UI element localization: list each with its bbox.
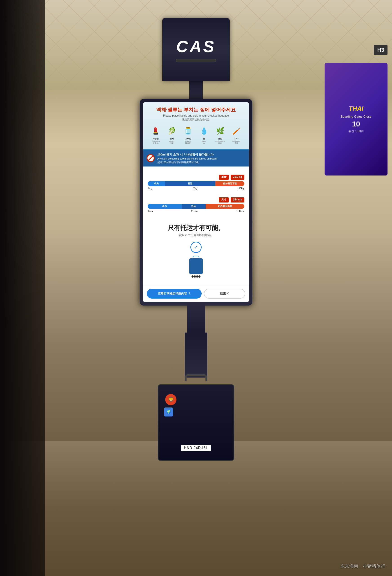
kiosk-connector-top [189,81,203,99]
size-cabin-segment: 机内 [148,204,182,209]
result-section: 只有托运才有可能。 最多 2 个托运可以的旅箱。 ✓ [143,219,249,286]
luggage-wheels [190,275,202,278]
thai-airways-sign: THAI Boarding Gates Close 10 분 전 / 分钟前 [325,63,388,175]
suitcase-sticker-2: 🌍 [164,407,173,416]
cosmetics-icon: 💄 [151,125,161,136]
water-label-en: Water水 [202,140,206,144]
size-scale-0: 0cm [148,210,153,212]
gate-sign: H3 [374,45,388,55]
luggage-wheel-3 [196,275,198,278]
item-cosmetics: 💄 화장품 Cosmetics化妆品 [149,125,162,144]
no-sign-icon [147,154,155,162]
cosmetics-label-ko: 화장품 [153,137,159,140]
warning-text-chinese: 超过100ml的物品禁止随身携带登飞机. [157,160,217,164]
weight-bar: 机内 托运 机内·托运不能 [148,181,244,186]
check-circle-icon: ✓ [190,242,202,253]
size-scale-115: 115cm [191,210,198,212]
toothpaste-icon: 🪥 [231,125,241,136]
bottom-buttons-area: 查看行李规定详细内容 ？ 结束 ✕ [143,286,249,302]
weight-label-badge: 重量 [219,174,229,180]
red-chili-label-en: Red chili辣椒酱 [185,140,191,144]
weight-scale-labels: 0kg 7kg 30kg [148,187,244,190]
warning-text-korean: 100ml 용기 초과 시 기내반입이 불가합니다 [157,152,217,157]
red-chili-icon: 🫙 [183,125,193,136]
luggage-wheel-2 [194,275,196,278]
liquids-warning-section: 액체·젤류는 부치는 짐에 넣어주세요 Please place liquids… [143,102,249,150]
no-carry-warning-section: 100ml 용기 초과 시 기내반입이 불가합니다 Any item excee… [143,150,249,167]
item-water: 💧 물 Water水 [197,125,211,144]
size-bar-track: 机内 托运 机内·托运不能 [148,204,244,209]
weight-row: 重量 21.9 kg 机内 托运 机内·托运不能 [148,170,244,190]
weight-bar-container: 重量 21.9 kg 机内 托运 机内·托运不能 [148,170,244,190]
weight-scale-0: 0kg [148,187,152,190]
kimchi-label-en: Kimchi泡菜 [169,140,174,144]
suitcase-container: 🦁 🌍 HND J4R-i6L [138,377,254,461]
cas-logo: CAS [176,37,216,56]
screen-housing: 액체·젤류는 부치는 짐에 넣어주세요 Please place liquids… [140,99,252,306]
weight-value-badge: 21.9 kg [231,174,244,180]
item-red-chili: 🫙 고추장 Red chili辣椒酱 [181,125,195,144]
size-label-badge: 尺寸 [219,197,229,202]
suitcase-sticker-1: 🦁 [165,394,177,405]
kiosk-screen: 액체·젤류는 부치는 짐에 넣어주세요 Please place liquids… [143,102,249,302]
size-bar: 机内 托运 机内·托运不能 [148,204,244,209]
item-kimchi: 🥬 김치 Kimchi泡菜 [165,125,179,144]
result-sub-text: 最多 2 个托运可以的旅箱。 [148,233,244,237]
detail-button[interactable]: 查看行李规定详细内容 ？ [147,289,202,299]
weight-bar-track: 机内 托运 机内·托运不能 [148,181,244,186]
toothpaste-label-ko: 치약 [234,137,238,140]
prohibited-items-row: 💄 화장품 Cosmetics化妆品 🥬 김치 Kimchi泡菜 🫙 고추장 R… [148,124,244,146]
size-value-badge: 154 cm [231,197,244,202]
size-row: 尺寸 154 cm 机内 托运 机内·托运不能 0cm [148,193,244,212]
weight-scale-7: 7kg [193,187,197,190]
end-button[interactable]: 结束 ✕ [204,289,245,299]
suitcase-body: 🦁 🌍 HND J4R-i6L [158,384,234,461]
size-header: 尺寸 154 cm [148,197,244,202]
size-over-segment: 机内·托运不能 [206,204,244,209]
ginseng-icon: 🌿 [215,125,225,136]
luggage-body [189,258,203,274]
warning-text-block: 100ml 용기 초과 시 기내반입이 불가합니다 Any item excee… [157,152,217,164]
result-main-text: 只有托运才有可能。 [148,224,244,232]
ginseng-label-en: Red ginseng红参 [215,140,225,144]
suitcase-handle [185,374,207,381]
weight-over-segment: 机内·托运不能 [215,181,244,186]
luggage-icon-area [148,256,244,278]
floor [0,441,392,576]
liquids-title-korean: 액체·젤류는 부치는 짐에 넣어주세요 [148,106,244,113]
weight-scale-30: 30kg [238,187,244,190]
thai-airways-logo: THAI [349,105,363,112]
size-bar-container: 尺寸 154 cm 机内 托运 机内·托运不能 0cm [148,193,244,212]
warning-text-english: Any item exceeding 100ml cannot be carri… [157,157,217,161]
suitcase-tag: HND J4R-i6L [181,445,211,451]
measurement-section: 重量 21.9 kg 机内 托运 机内·托运不能 [143,167,249,219]
boarding-text: Boarding Gates Close 10 분 전 / 分钟前 [341,115,371,133]
right-airport-area: H3 THAI Boarding Gates Close 10 분 전 / 分钟… [268,45,392,360]
luggage-wheel-4 [198,275,201,278]
watermark: 东东海南、小猪猪旅行 [340,563,385,569]
water-label-ko: 물 [203,137,205,140]
liquids-title-english: Please place liquids and gels in your ch… [148,114,244,117]
size-scale-158: 158cm [236,210,244,212]
weight-checked-segment: 托运 [165,181,215,186]
ginseng-label-ko: 홍삼 [218,137,222,140]
kiosk-machine: CAS 액체·젤류는 부치는 짐에 넣어주세요 Please place liq… [138,18,254,461]
toothpaste-label-en: Toothpaste牙膏 [232,140,240,144]
luggage-handle [193,256,199,258]
weight-header: 重量 21.9 kg [148,174,244,180]
item-ginseng: 🌿 홍삼 Red ginseng红参 [213,125,227,144]
size-checked-segment: 托运 [182,204,206,209]
water-icon: 💧 [199,125,209,136]
cas-slot [176,59,216,62]
kimchi-icon: 🥬 [167,125,177,136]
size-scale-labels: 0cm 115cm 158cm [148,210,244,212]
cosmetics-label-en: Cosmetics化妆品 [152,140,159,144]
luggage-wheel-1 [191,275,194,278]
kiosk-pole-lower [185,333,207,377]
liquids-title-chinese: 液态及凝胶状物品请托运. [148,118,244,121]
weight-cabin-segment: 机内 [148,181,165,186]
item-toothpaste: 🪥 치약 Toothpaste牙膏 [230,125,243,144]
kimchi-label-ko: 김치 [170,137,174,140]
kiosk-pole-upper [187,306,205,333]
red-chili-label-ko: 고추장 [185,137,191,140]
